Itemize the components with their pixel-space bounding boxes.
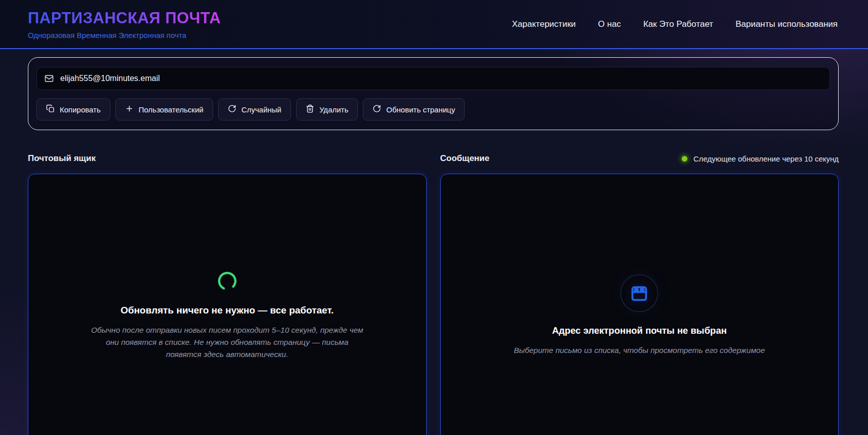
main-nav: Характеристики О нас Как Это Работает Ва…	[512, 19, 838, 29]
refresh-page-button-label: Обновить страницу	[386, 105, 455, 114]
copy-button-label: Копировать	[60, 105, 101, 114]
mailbox-panel: Обновлять ничего не нужно — все работает…	[28, 174, 427, 435]
plus-icon	[125, 104, 134, 114]
mailbox-status-hint: Обычно после отправки новых писем проход…	[91, 324, 364, 361]
refresh-icon	[228, 104, 236, 114]
page-title: ПАРТИЗАНСКАЯ ПОЧТА	[28, 9, 221, 27]
message-panel: Адрес электронной почты не выбран Выбери…	[440, 174, 839, 435]
auto-refresh-status-label: Следующее обновление через 10 секунд	[693, 154, 839, 163]
envelope-icon	[44, 73, 54, 84]
message-empty-hint: Выберите письмо из списка, чтобы просмот…	[514, 344, 765, 357]
nav-link-use-cases[interactable]: Варианты использования	[735, 19, 838, 29]
message-title: Сообщение	[440, 153, 490, 164]
status-dot	[682, 156, 687, 162]
refresh-page-button[interactable]: Обновить страницу	[363, 98, 465, 121]
email-actions: Копировать Пользовательский Случайный	[36, 98, 830, 121]
panel-headers: Почтовый ящик Сообщение Следующее обновл…	[28, 153, 839, 164]
random-address-button-label: Случайный	[241, 105, 281, 114]
nav-link-how-it-works[interactable]: Как Это Работает	[643, 19, 713, 29]
empty-message-icon-circle	[621, 274, 658, 312]
inbox-window-icon	[630, 284, 649, 303]
nav-link-features[interactable]: Характеристики	[512, 19, 576, 29]
trash-icon	[306, 104, 314, 114]
message-header-row: Сообщение Следующее обновление через 10 …	[440, 153, 839, 164]
email-address-card: Копировать Пользовательский Случайный	[28, 57, 839, 130]
auto-refresh-status: Следующее обновление через 10 секунд	[682, 154, 839, 163]
main-content: Копировать Пользовательский Случайный	[0, 49, 868, 435]
nav-link-about[interactable]: О нас	[598, 19, 621, 29]
refresh-icon	[373, 104, 381, 114]
custom-address-button[interactable]: Пользовательский	[115, 98, 213, 121]
delete-address-button[interactable]: Удалить	[296, 98, 358, 121]
panels: Обновлять ничего не нужно — все работает…	[28, 174, 839, 435]
random-address-button[interactable]: Случайный	[218, 98, 291, 121]
email-address-input[interactable]	[60, 74, 822, 83]
mailbox-status-title: Обновлять ничего не нужно — все работает…	[120, 305, 334, 316]
brand: ПАРТИЗАНСКАЯ ПОЧТА Одноразовая Временная…	[28, 9, 221, 39]
email-address-field[interactable]	[36, 67, 830, 90]
loading-spinner-icon	[217, 270, 238, 292]
mailbox-title: Почтовый ящик	[28, 153, 427, 164]
message-empty-title: Адрес электронной почты не выбран	[552, 325, 727, 336]
delete-address-button-label: Удалить	[319, 105, 348, 114]
site-header: ПАРТИЗАНСКАЯ ПОЧТА Одноразовая Временная…	[0, 0, 868, 49]
custom-address-button-label: Пользовательский	[139, 105, 203, 114]
copy-icon	[46, 104, 55, 114]
page-subtitle: Одноразовая Временная Электронная почта	[28, 31, 221, 39]
copy-button[interactable]: Копировать	[36, 98, 110, 121]
